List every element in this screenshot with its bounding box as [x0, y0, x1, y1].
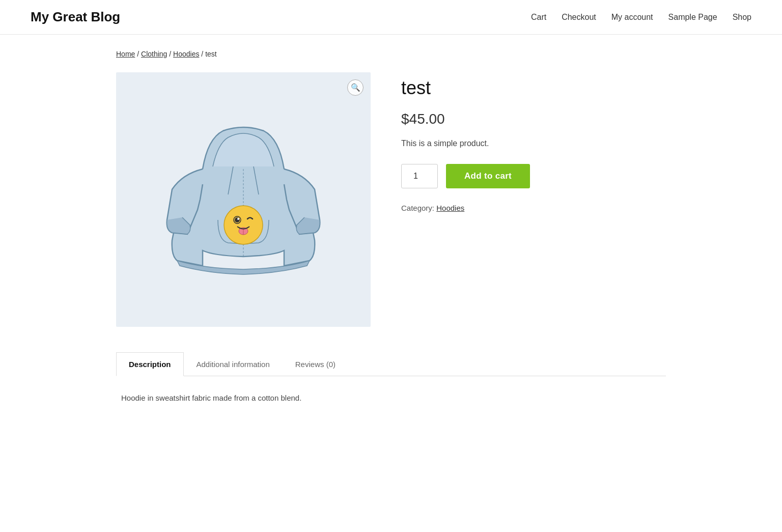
tabs-nav: DescriptionAdditional informationReviews…	[116, 352, 666, 376]
category-link[interactable]: Hoodies	[436, 204, 464, 212]
nav-link-shop[interactable]: Shop	[733, 13, 751, 22]
product-price: $45.00	[401, 111, 666, 127]
breadcrumb-link-hoodies[interactable]: Hoodies	[173, 50, 199, 58]
svg-point-4	[235, 217, 240, 222]
main-content: Home / Clothing / Hoodies / test 🔍	[86, 35, 696, 435]
main-nav: CartCheckoutMy accountSample PageShop	[531, 13, 751, 22]
quantity-input[interactable]	[401, 164, 438, 188]
product-description: This is a simple product.	[401, 137, 666, 150]
breadcrumb-separator: /	[135, 50, 141, 58]
nav-link-sample-page[interactable]: Sample Page	[668, 13, 717, 22]
breadcrumb: Home / Clothing / Hoodies / test	[116, 50, 666, 58]
svg-point-3	[224, 206, 263, 244]
tab-content: Hoodie in sweatshirt fabric made from a …	[116, 391, 666, 405]
nav-link-my-account[interactable]: My account	[611, 13, 653, 22]
product-name: test	[401, 77, 666, 99]
product-image	[162, 108, 325, 291]
tab-reviews[interactable]: Reviews (0)	[283, 352, 348, 376]
breadcrumb-link-home[interactable]: Home	[116, 50, 135, 58]
breadcrumb-link-clothing[interactable]: Clothing	[141, 50, 167, 58]
product-details: test $45.00 This is a simple product. Ad…	[401, 72, 666, 327]
tabs-section: DescriptionAdditional informationReviews…	[116, 352, 666, 405]
product-category: Category: Hoodies	[401, 204, 666, 212]
add-to-cart-row: Add to cart	[401, 164, 666, 188]
product-image-container: 🔍	[116, 72, 371, 327]
nav-link-cart[interactable]: Cart	[531, 13, 546, 22]
breadcrumb-separator: /	[167, 50, 173, 58]
tab-additional[interactable]: Additional information	[184, 352, 283, 376]
tab-description[interactable]: Description	[116, 352, 184, 376]
zoom-icon[interactable]: 🔍	[347, 79, 364, 96]
breadcrumb-current: test	[205, 50, 217, 58]
site-title[interactable]: My Great Blog	[31, 9, 120, 25]
svg-point-5	[237, 218, 239, 220]
nav-link-checkout[interactable]: Checkout	[562, 13, 596, 22]
breadcrumb-separator: /	[199, 50, 205, 58]
add-to-cart-button[interactable]: Add to cart	[446, 164, 530, 188]
site-header: My Great Blog CartCheckoutMy accountSamp…	[0, 0, 782, 35]
product-section: 🔍	[116, 72, 666, 327]
